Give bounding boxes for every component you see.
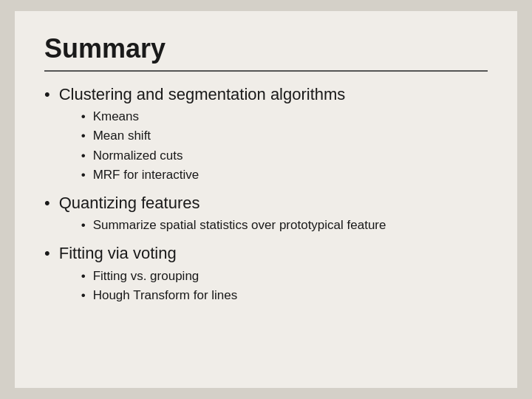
list-item: • Mean shift [81,128,346,144]
bullet-dot-main-2: • [44,194,50,213]
list-item: • Summarize spatial statistics over prot… [81,217,386,233]
list-item: • Normalized cuts [81,148,346,164]
slide-title: Summary [44,33,488,72]
item-mrf: MRF for interactive [93,167,200,183]
bullet-dot-sub-7: • [81,287,86,304]
section-fitting: • Fitting via voting • Fitting vs. group… [44,244,488,307]
quantizing-sub-list: • Summarize spatial statistics over prot… [81,217,386,233]
section-fitting-content: Fitting via voting • Fitting vs. groupin… [59,244,238,307]
section-quantizing-label: Quantizing features [59,194,200,212]
list-item: • Hough Transform for lines [81,287,238,304]
bullet-dot-main-3: • [44,244,50,263]
item-summarize: Summarize spatial statistics over protot… [93,217,386,233]
bullet-dot-sub-1: • [81,109,86,125]
bullet-dot-sub-6: • [81,268,86,284]
bullet-dot-main-1: • [44,85,50,104]
section-fitting-label: Fitting via voting [59,244,177,262]
list-item: • Fitting vs. grouping [81,268,238,284]
item-normalized-cuts: Normalized cuts [93,148,183,164]
bullet-dot-sub-2: • [81,128,86,144]
bullet-dot-sub-3: • [81,148,86,164]
bullet-dot-sub-4: • [81,167,86,183]
item-hough: Hough Transform for lines [93,287,238,304]
section-quantizing: • Quantizing features • Summarize spatia… [44,194,488,236]
section-clustering: • Clustering and segmentation algorithms… [44,85,488,186]
bullet-dot-sub-5: • [81,217,86,233]
section-clustering-content: Clustering and segmentation algorithms •… [59,85,346,186]
item-fitting-vs: Fitting vs. grouping [93,268,200,284]
main-content: • Clustering and segmentation algorithms… [44,85,488,307]
list-item: • Kmeans [81,109,346,125]
item-mean-shift: Mean shift [93,128,151,144]
slide: Summary • Clustering and segmentation al… [15,11,517,388]
list-item: • MRF for interactive [81,167,346,183]
section-clustering-label: Clustering and segmentation algorithms [59,85,346,103]
fitting-sub-list: • Fitting vs. grouping • Hough Transform… [81,268,238,304]
clustering-sub-list: • Kmeans • Mean shift • Normalized cuts … [81,109,346,183]
section-quantizing-content: Quantizing features • Summarize spatial … [59,194,386,236]
item-kmeans: Kmeans [93,109,139,125]
